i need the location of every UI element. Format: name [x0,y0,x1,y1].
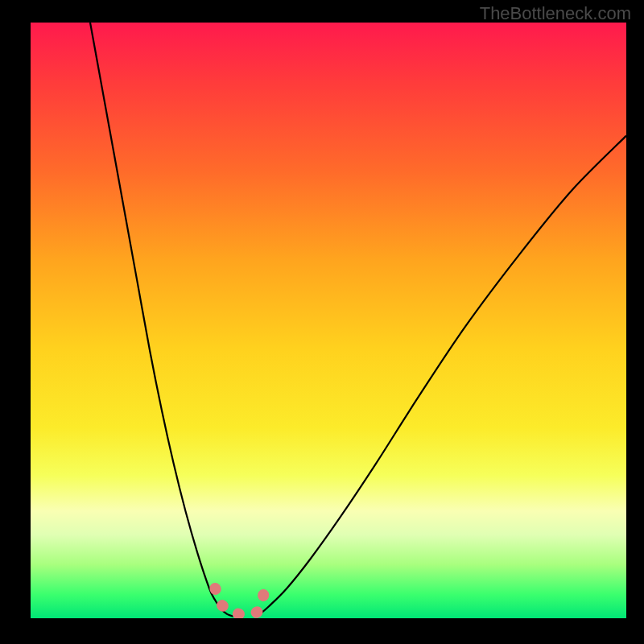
right-curve [257,136,626,617]
chart-container: TheBottleneck.com [0,0,644,644]
left-curve [90,23,233,617]
watermark-text: TheBottleneck.com [480,3,631,24]
curve-svg [31,23,626,618]
bottleneck-marker [215,583,264,614]
